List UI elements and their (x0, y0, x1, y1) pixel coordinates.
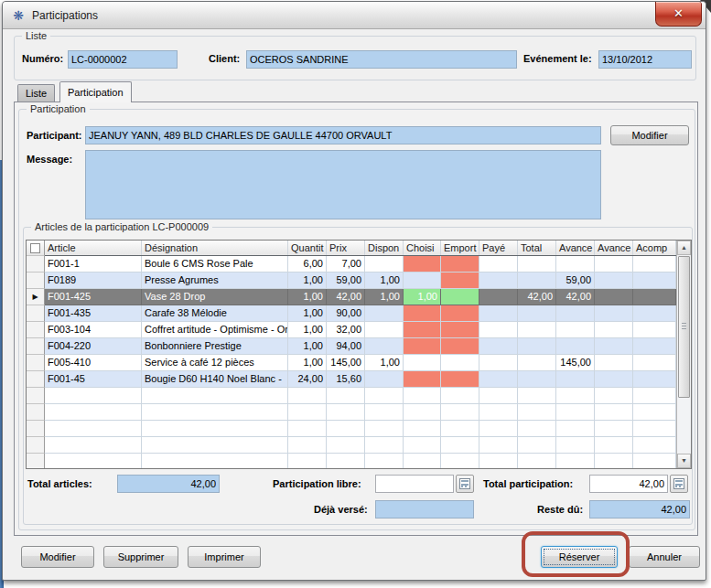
reserver-button[interactable]: Réserver (541, 546, 618, 568)
grid-cell[interactable] (633, 404, 676, 421)
grid-cell[interactable] (479, 273, 518, 289)
grid-cell[interactable]: 59,00 (327, 273, 365, 289)
row-header[interactable] (27, 421, 45, 437)
client-field[interactable] (246, 50, 517, 69)
grid-cell[interactable]: 145,00 (556, 355, 595, 371)
grid-cell[interactable] (518, 256, 556, 273)
grid-cell[interactable] (288, 421, 327, 437)
grid-cell[interactable] (441, 454, 479, 469)
table-row[interactable]: F001-1Boule 6 CMS Rose Pale6,007,00 (27, 256, 676, 273)
grid-cell[interactable] (404, 256, 441, 273)
deja-verse-field[interactable] (375, 500, 474, 519)
grid-cell[interactable] (142, 388, 288, 404)
modifier-button[interactable]: Modifier (21, 546, 94, 568)
grid-cell[interactable] (479, 454, 518, 469)
grid-cell[interactable]: 1,00 (288, 322, 327, 338)
grid-cell[interactable] (45, 437, 142, 454)
grid-cell[interactable] (441, 322, 479, 338)
grid-cell[interactable] (633, 454, 676, 469)
column-header[interactable]: Payé (479, 241, 518, 255)
annuler-button[interactable]: Annuler (629, 546, 700, 568)
participant-field[interactable] (85, 126, 601, 144)
row-header[interactable] (27, 388, 45, 404)
row-marker-icon[interactable]: ▶ (27, 289, 45, 305)
table-row[interactable]: ▶F001-425Vase 28 Drop1,0042,001,001,0042… (27, 289, 676, 305)
row-header[interactable] (27, 437, 45, 454)
grid-cell[interactable] (142, 421, 288, 437)
grid-cell[interactable] (556, 256, 595, 273)
grid-cell[interactable] (404, 454, 441, 469)
grid-cell[interactable]: 42,00 (327, 289, 365, 305)
grid-cell[interactable] (595, 289, 633, 305)
grid-cell[interactable] (327, 421, 365, 437)
column-header[interactable]: Article (45, 241, 142, 255)
imprimer-button[interactable]: Imprimer (188, 546, 261, 568)
grid-cell[interactable]: F003-104 (45, 322, 142, 338)
grid-cell[interactable]: F001-425 (45, 289, 142, 305)
table-row[interactable] (27, 404, 676, 421)
row-header[interactable] (27, 404, 45, 421)
column-header[interactable]: Choisi (404, 241, 441, 255)
column-header[interactable]: Total (518, 241, 556, 255)
grid-cell[interactable] (404, 305, 441, 322)
grid-cell[interactable] (365, 322, 404, 338)
grid-cell[interactable] (595, 338, 633, 355)
grid-cell[interactable]: 1,00 (288, 273, 327, 289)
grid-cell[interactable] (365, 371, 404, 388)
grid-cell[interactable] (441, 371, 479, 388)
grid-cell[interactable]: 1,00 (404, 289, 441, 305)
grid-cell[interactable] (556, 454, 595, 469)
grid-cell[interactable]: Coffret artitude - Optimisme - Ora (142, 322, 288, 338)
grid-cell[interactable] (595, 454, 633, 469)
grid-cell[interactable] (365, 256, 404, 273)
grid-cell[interactable]: 90,00 (327, 305, 365, 322)
grid-cell[interactable] (479, 256, 518, 273)
grid-cell[interactable] (633, 338, 676, 355)
grid-cell[interactable] (479, 338, 518, 355)
row-header[interactable] (27, 256, 45, 273)
grid-cell[interactable] (595, 322, 633, 338)
grid-cell[interactable] (556, 437, 595, 454)
grid-cell[interactable] (288, 404, 327, 421)
grid-cell[interactable] (479, 388, 518, 404)
grid-cell[interactable] (518, 355, 556, 371)
scrollbar-thumb[interactable] (678, 256, 690, 398)
grid-cell[interactable]: F0189 (45, 273, 142, 289)
grid-cell[interactable]: 1,00 (288, 355, 327, 371)
tab-participation[interactable]: Participation (59, 81, 132, 102)
grid-cell[interactable] (518, 273, 556, 289)
grid-cell[interactable]: Service à café 12 pièces (142, 355, 288, 371)
grid-cell[interactable] (365, 454, 404, 469)
grid-cell[interactable] (441, 355, 479, 371)
grid-cell[interactable] (595, 371, 633, 388)
grid-cell[interactable] (404, 273, 441, 289)
grid-cell[interactable] (595, 388, 633, 404)
row-header[interactable] (27, 355, 45, 371)
grid-cell[interactable]: 1,00 (288, 338, 327, 355)
grid-cell[interactable] (633, 437, 676, 454)
table-row[interactable]: F004-220Bonbonniere Prestige1,0094,00 (27, 338, 676, 355)
grid-cell[interactable] (404, 338, 441, 355)
grid-cell[interactable] (441, 256, 479, 273)
grid-cell[interactable] (556, 338, 595, 355)
grid-cell[interactable] (441, 338, 479, 355)
grid-cell[interactable] (479, 404, 518, 421)
tab-liste[interactable]: Liste (17, 84, 55, 102)
grid-cell[interactable] (142, 454, 288, 469)
grid-cell[interactable]: F001-435 (45, 305, 142, 322)
column-header[interactable]: Acomp (633, 241, 676, 255)
grid-cell[interactable] (441, 388, 479, 404)
participation-libre-calculator-button[interactable] (456, 475, 474, 493)
grid-cell[interactable]: Boule 6 CMS Rose Pale (142, 256, 288, 273)
grid-cell[interactable]: 1,00 (365, 289, 404, 305)
grid-cell[interactable]: 32,00 (327, 322, 365, 338)
grid-cell[interactable] (441, 273, 479, 289)
grid-cell[interactable] (633, 355, 676, 371)
grid-cell[interactable]: 15,60 (327, 371, 365, 388)
grid-cell[interactable] (45, 404, 142, 421)
grid-cell[interactable] (479, 437, 518, 454)
grid-cell[interactable]: 1,00 (288, 289, 327, 305)
grid-cell[interactable] (365, 421, 404, 437)
row-header[interactable] (27, 371, 45, 388)
grid-cell[interactable] (595, 305, 633, 322)
